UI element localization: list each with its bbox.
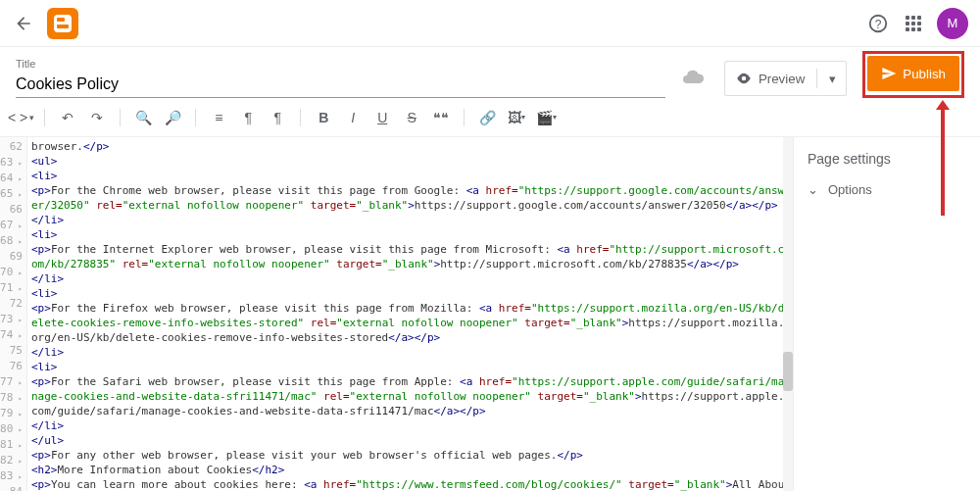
quote-button[interactable]: ❝❝ <box>428 105 454 130</box>
redo-button[interactable]: ↷ <box>84 105 110 130</box>
arrow-left-icon <box>14 14 33 33</box>
align-button[interactable]: ≡ <box>206 105 231 130</box>
code-line[interactable]: </li> <box>31 271 789 286</box>
apps-button[interactable] <box>902 12 925 35</box>
ltr-button[interactable]: ¶ <box>265 105 290 130</box>
code-line[interactable]: <p>You can learn more about cookies here… <box>31 477 789 491</box>
save-status-icon <box>681 66 705 92</box>
publish-label: Publish <box>903 67 946 81</box>
code-line[interactable]: <h2>More Information about Cookies</h2> <box>31 463 789 477</box>
link-button[interactable]: 🔗 <box>474 105 500 130</box>
code-content[interactable]: browser.</p><ul><li><p>For the Chrome we… <box>27 137 793 491</box>
code-line[interactable]: browser.</p> <box>31 139 789 154</box>
code-line[interactable]: <li> <box>31 286 789 301</box>
preview-label: Preview <box>759 72 805 86</box>
code-line[interactable]: <p>For the Safari web browser, please vi… <box>31 374 789 418</box>
code-line[interactable]: <p>For the Firefox web browser, please v… <box>31 301 789 345</box>
back-button[interactable] <box>12 12 35 35</box>
code-view-button[interactable]: < > ▾ <box>8 105 34 130</box>
image-icon: 🖼 <box>508 110 521 125</box>
scrollbar[interactable] <box>783 137 793 491</box>
image-button[interactable]: 🖼▾ <box>504 105 529 130</box>
apps-icon <box>906 16 921 31</box>
code-line[interactable]: <ul> <box>31 154 789 169</box>
chevron-down-icon: ▾ <box>521 113 525 122</box>
bold-button[interactable]: B <box>311 105 336 130</box>
account-avatar[interactable]: M <box>937 8 968 39</box>
code-line[interactable]: <li> <box>31 227 789 242</box>
cloud-icon <box>681 66 705 89</box>
italic-button[interactable]: I <box>340 105 366 130</box>
zoom-in-button[interactable]: 🔍 <box>130 105 156 130</box>
code-editor[interactable]: 6263646566676869707172737475767778798081… <box>0 137 794 491</box>
chevron-down-icon: ⌄ <box>808 182 818 197</box>
scrollbar-thumb[interactable] <box>783 352 793 391</box>
title-label: Title <box>16 58 665 70</box>
rtl-button[interactable]: ¶ <box>235 105 261 130</box>
code-line[interactable]: </li> <box>31 418 789 433</box>
help-icon: ? <box>867 13 889 34</box>
code-line[interactable]: </li> <box>31 345 789 360</box>
title-row: Title Preview ▾ Publish <box>0 47 980 98</box>
video-button[interactable]: 🎬▾ <box>533 105 559 130</box>
main-area: 6263646566676869707172737475767778798081… <box>0 137 980 491</box>
annotation-arrow <box>941 108 945 216</box>
code-line[interactable]: <p>For the Internet Explorer web browser… <box>31 242 789 271</box>
title-field: Title <box>16 58 665 98</box>
chevron-down-icon: ▾ <box>553 113 557 122</box>
strike-button[interactable]: S <box>399 105 424 130</box>
zoom-out-icon: 🔎 <box>165 110 181 125</box>
help-button[interactable]: ? <box>866 12 890 35</box>
code-line[interactable]: <li> <box>31 169 789 183</box>
page-settings-sidebar: Page settings ⌄ Options <box>794 137 980 491</box>
chevron-down-icon: ▾ <box>29 113 34 123</box>
code-line[interactable]: <p>For the Chrome web browser, please vi… <box>31 183 789 213</box>
code-line[interactable]: <li> <box>31 360 789 374</box>
preview-button[interactable]: Preview ▾ <box>724 61 847 96</box>
eye-icon <box>735 70 753 87</box>
svg-text:?: ? <box>875 17 882 30</box>
publish-button[interactable]: Publish <box>867 56 959 91</box>
publish-highlight: Publish <box>862 51 964 98</box>
video-icon: 🎬 <box>536 110 553 125</box>
line-gutter: 6263646566676869707172737475767778798081… <box>0 137 27 491</box>
code-line[interactable]: </li> <box>31 213 789 227</box>
top-bar: ? M <box>0 0 980 47</box>
underline-button[interactable]: U <box>369 105 395 130</box>
zoom-out-button[interactable]: 🔎 <box>160 105 185 130</box>
undo-button[interactable]: ↶ <box>55 105 80 130</box>
zoom-in-icon: 🔍 <box>135 110 152 125</box>
editor-toolbar: < > ▾ ↶ ↷ 🔍 🔎 ≡ ¶ ¶ B I U S ❝❝ 🔗 🖼▾ 🎬▾ <box>0 98 980 137</box>
options-label: Options <box>828 182 872 197</box>
send-icon <box>881 66 897 81</box>
chevron-down-icon: ▾ <box>829 72 836 86</box>
title-input[interactable] <box>16 72 665 98</box>
code-line[interactable]: <p>For any other web browser, please vis… <box>31 448 789 463</box>
code-line[interactable]: </ul> <box>31 433 789 448</box>
blogger-logo <box>47 8 78 39</box>
